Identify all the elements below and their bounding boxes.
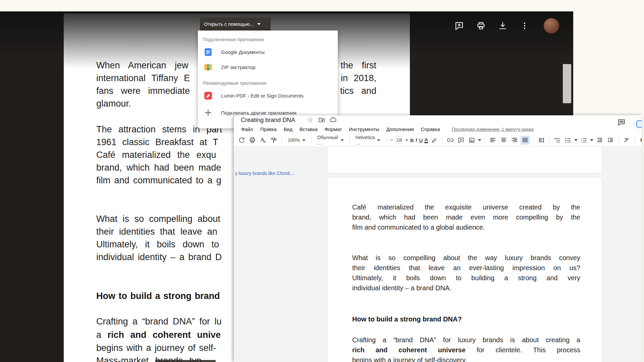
toolbar-separator — [634, 136, 635, 144]
move-to-folder-icon[interactable] — [318, 116, 325, 124]
comments-icon[interactable] — [617, 118, 626, 127]
pdf-text-fragment: begins with a journey of self- — [96, 343, 216, 353]
outdent-icon[interactable] — [595, 136, 604, 145]
pdf-text-fragment: Ultimately, it boils down to — [96, 239, 219, 249]
line-spacing-icon[interactable] — [537, 136, 546, 145]
menu-help[interactable]: Справка — [421, 127, 440, 132]
print-icon[interactable] — [248, 136, 257, 145]
increase-font-size-button[interactable]: + — [405, 137, 409, 143]
chevron-down-icon — [377, 139, 380, 141]
doc-page-2[interactable]: Café materialized the exquisite universe… — [327, 177, 602, 362]
menu-view[interactable]: Вид — [284, 127, 292, 132]
plus-icon — [204, 108, 213, 117]
mode-value: Р — [640, 137, 642, 143]
toolbar-separator — [442, 136, 442, 144]
open-with-button[interactable]: Открыть с помощью... — [200, 17, 271, 31]
menu-addons[interactable]: Дополнения — [386, 127, 414, 132]
numbered-list-icon[interactable]: 1.2.3. — [579, 136, 588, 145]
chevron-down-icon — [340, 139, 344, 141]
chevron-down-icon[interactable] — [574, 139, 578, 141]
avatar[interactable] — [544, 18, 559, 34]
menu-item-google-docs[interactable]: Google Документы — [198, 45, 338, 60]
doc-line: individual identity – a brand DNA. — [352, 283, 580, 293]
doc-line: rich and coherent universe for clientele… — [352, 345, 580, 355]
paragraph-style-select[interactable]: Обычный … — [315, 135, 346, 145]
pdf-text-fragment: brand, which had been made — [96, 163, 221, 173]
checklist-icon[interactable] — [553, 136, 562, 145]
pdf-text-fragment: Café materialized the exqu — [96, 150, 216, 160]
doc-text[interactable]: Café materialized the exquisite universe… — [327, 177, 602, 362]
bullet-list-icon[interactable] — [564, 136, 573, 145]
cloud-status-icon[interactable] — [329, 116, 337, 124]
bold-button[interactable]: B — [410, 137, 414, 143]
justify-icon[interactable] — [521, 136, 530, 145]
menu-item-label: Lumin PDF - Edit or Sign Documents — [221, 93, 304, 99]
pdf-text-fragment-bold: rich and coherent unive — [108, 330, 221, 340]
font-select[interactable]: Helvetica … — [353, 135, 383, 145]
menu-insert[interactable]: Вставка — [300, 127, 318, 132]
pdf-text-fragment: a — [96, 330, 108, 340]
pdf-text-fragment: the first — [340, 59, 376, 72]
insert-image-icon[interactable] — [467, 136, 476, 145]
add-comment-icon[interactable] — [457, 136, 466, 145]
menu-tools[interactable]: Инструменты — [349, 127, 379, 132]
zoom-value: 100% — [288, 137, 300, 143]
paint-format-icon[interactable] — [269, 136, 278, 145]
download-icon[interactable] — [498, 21, 507, 31]
last-edit-link[interactable]: Последнее изменение: 1 минуту назад — [452, 127, 534, 132]
menu-item-zip-extractor[interactable]: ZIP экстрактор — [198, 60, 338, 75]
chevron-down-icon[interactable] — [478, 139, 481, 141]
svg-text:3.: 3. — [581, 141, 583, 143]
indent-icon[interactable] — [606, 136, 615, 145]
pdf-scrollbar-thumb[interactable] — [563, 64, 571, 103]
chevron-down-icon[interactable] — [590, 139, 593, 141]
highlight-color-icon[interactable] — [430, 136, 439, 145]
toolbar-separator — [485, 136, 485, 144]
align-right-icon[interactable] — [510, 136, 519, 145]
google-docs-window: Creating brand DNA ☆ Файл Правка Вид Вст… — [234, 115, 642, 362]
doc-page-1[interactable] — [327, 147, 602, 173]
menu-file[interactable]: Файл — [241, 127, 253, 132]
document-title[interactable]: Creating brand DNA — [241, 117, 295, 124]
menu-item-lumin-pdf[interactable]: Lumin PDF - Edit or Sign Documents — [198, 88, 338, 103]
toolbar-separator — [549, 136, 549, 144]
doc-paragraph: Café materialized the exquisite universe… — [352, 202, 580, 232]
redo-icon[interactable] — [237, 136, 246, 145]
star-icon[interactable]: ☆ — [307, 116, 314, 124]
pdf-text-fragment: glamour. — [96, 99, 131, 109]
toolbar-separator — [282, 136, 282, 144]
pdf-text-fragment: their identities that leave an — [96, 227, 217, 237]
pdf-text-fragment: Mass-market — [96, 356, 155, 362]
decrease-font-size-button[interactable]: − — [390, 137, 393, 143]
spellcheck-icon[interactable] — [259, 136, 268, 145]
doc-line: brand, which had been made even more com… — [352, 212, 580, 222]
underline-button[interactable]: U — [419, 137, 423, 143]
menu-format[interactable]: Формат — [325, 127, 342, 132]
text-color-button[interactable]: A — [424, 137, 428, 143]
add-comment-icon[interactable] — [454, 21, 464, 31]
docs-canvas: y luxury brands like Christi… Café mater… — [234, 147, 642, 362]
more-vert-icon[interactable] — [520, 21, 529, 31]
clear-format-icon[interactable] — [622, 136, 631, 145]
pdf-text-fragment: Crafting a “brand DNA” for lu — [96, 316, 222, 326]
mode-select[interactable]: Р — [638, 137, 642, 143]
presence-icon — [636, 120, 642, 128]
doc-line: their identities that leave an ever-last… — [352, 263, 580, 273]
print-icon[interactable] — [476, 21, 486, 31]
lumin-pdf-icon — [204, 91, 213, 100]
italic-button[interactable]: I — [416, 137, 418, 143]
menu-edit[interactable]: Правка — [260, 127, 277, 132]
toolbar-separator — [386, 136, 386, 144]
open-with-label: Открыть с помощью... — [204, 21, 254, 27]
align-center-icon[interactable] — [499, 136, 508, 145]
toolbar-separator — [311, 136, 312, 144]
align-left-icon[interactable] — [488, 136, 497, 145]
font-size-input[interactable]: 18 — [396, 136, 402, 144]
zoom-select[interactable]: 100% — [285, 137, 308, 143]
link-icon[interactable] — [446, 136, 455, 145]
toolbar-separator — [618, 136, 619, 144]
doc-line: Ultimately, it boils down to building a … — [352, 273, 580, 283]
doc-line: film and communicated to a global audien… — [352, 222, 580, 232]
outline-item[interactable]: y luxury brands like Christi… — [235, 171, 306, 176]
dropdown-section-header: Рекомендуемые приложения — [198, 78, 338, 88]
